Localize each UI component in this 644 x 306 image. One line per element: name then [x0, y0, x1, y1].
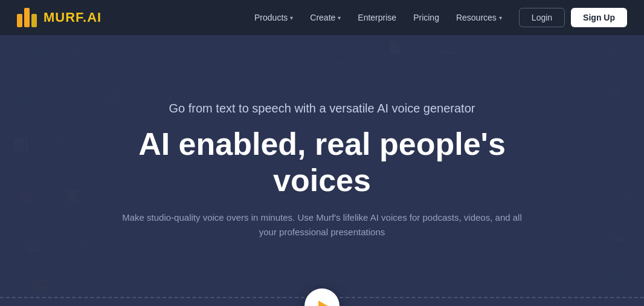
- bg-icon-person1: 👤: [12, 90, 30, 106]
- bg-icon-globe3: 🌐: [604, 271, 620, 287]
- hero-subtitle: Go from text to speech with a versatile …: [86, 102, 558, 116]
- hero-content: Go from text to speech with a versatile …: [62, 102, 582, 240]
- bg-icon-note1: 🎵: [60, 86, 74, 100]
- nav-enterprise-label: Enterprise: [358, 13, 396, 22]
- bg-icon-headphones2: 🎧: [556, 83, 572, 99]
- play-button[interactable]: [304, 288, 340, 306]
- hero-title: AI enabled, real people's voices: [86, 126, 558, 199]
- brand-murf: MURF: [43, 10, 83, 25]
- play-triangle-icon: [318, 301, 328, 306]
- bg-icon-globe: 🌐: [24, 46, 43, 65]
- nav-resources[interactable]: Resources ▾: [449, 8, 509, 27]
- bg-icon-phone3: 📱: [556, 241, 572, 256]
- bg-icon-camera1: 📷: [441, 47, 457, 63]
- bg-icon-mic1: 🎙: [72, 44, 86, 60]
- bg-icon-tv1: 📺: [230, 47, 243, 60]
- bg-icon-podcast1: 🎙: [495, 44, 506, 56]
- nav-products-label: Products: [254, 13, 288, 22]
- logo[interactable]: MURF.AI: [17, 8, 101, 27]
- nav-pricing[interactable]: Pricing: [406, 8, 446, 27]
- dashed-line-left: [0, 297, 304, 298]
- login-button[interactable]: Login: [519, 8, 565, 27]
- products-chevron-icon: ▾: [290, 15, 293, 21]
- bg-icon-computer1: 💻: [24, 238, 40, 253]
- brand-suffix: .AI: [83, 10, 101, 25]
- bg-icon-speaker2: 🔈: [619, 189, 636, 205]
- bg-icon-video3: 📹: [616, 135, 633, 151]
- play-area: [0, 288, 644, 306]
- dashed-line-right: [340, 297, 644, 298]
- logo-svg: [17, 8, 39, 27]
- bg-icon-phone1: 📱: [332, 46, 349, 62]
- bg-icon-globe2: 🌐: [550, 46, 568, 63]
- hero-description: Make studio-quality voice overs in minut…: [117, 210, 527, 239]
- bg-icon-note2: 🎵: [85, 271, 100, 285]
- bg-icon-book1: 📚: [18, 192, 33, 207]
- svg-rect-0: [17, 14, 22, 27]
- nav-links: Products ▾ Create ▾ Enterprise Pricing R…: [247, 8, 509, 27]
- create-chevron-icon: ▾: [338, 15, 341, 21]
- bg-icon-music1: 🎵: [278, 42, 293, 57]
- nav-enterprise[interactable]: Enterprise: [350, 8, 404, 27]
- nav-create-label: Create: [310, 13, 335, 22]
- bg-icon-chart1: 📊: [12, 138, 28, 154]
- navbar: MURF.AI Products ▾ Create ▾ Enterprise P…: [0, 0, 644, 35]
- svg-rect-2: [31, 14, 37, 27]
- bg-icon-mic2: 🎤: [604, 90, 620, 105]
- bg-icon-video1: 📹: [121, 48, 136, 63]
- logo-icon: [17, 8, 39, 27]
- hero-section: 🌐 🎙 📹 🎧 📺 🎵 📱 📄 📷 🎙 🌐 🔊 👤 🎵 🎬 🎧 🎤 📊 🎞 📞 …: [0, 35, 644, 306]
- bg-icon-camera2: 📸: [610, 235, 625, 249]
- nav-create[interactable]: Create ▾: [303, 8, 348, 27]
- nav-products[interactable]: Products ▾: [247, 8, 300, 27]
- bg-icon-headphones1: 🎧: [175, 41, 192, 57]
- nav-pricing-label: Pricing: [413, 13, 439, 22]
- signup-button[interactable]: Sign Up: [571, 8, 627, 27]
- resources-chevron-icon: ▾: [499, 15, 502, 21]
- svg-rect-1: [24, 8, 30, 27]
- nav-resources-label: Resources: [456, 13, 497, 22]
- brand-name: MURF.AI: [43, 10, 101, 25]
- bg-icon-doc1: 📄: [387, 40, 402, 54]
- bg-icon-speaker1: 🔊: [604, 42, 620, 58]
